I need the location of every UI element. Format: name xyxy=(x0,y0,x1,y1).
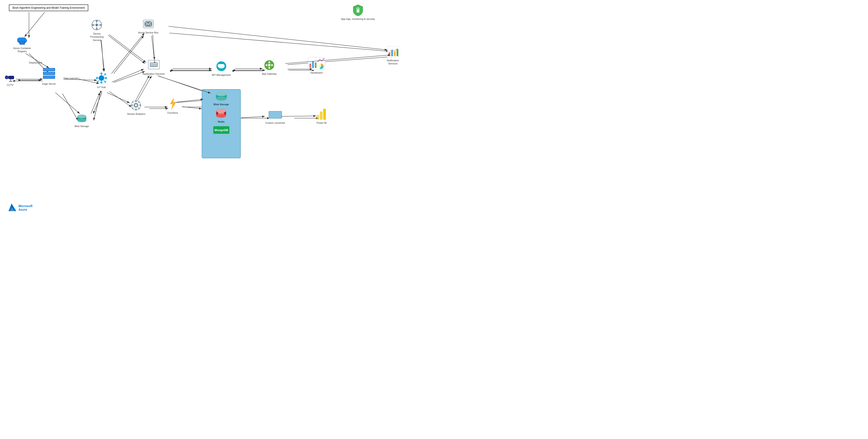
blob-storage-main-label: Blob Storage xyxy=(214,103,229,106)
dashboard-node: Dashboard xyxy=(308,57,326,74)
svg-line-162 xyxy=(153,35,154,60)
svg-text:REDIS: REDIS xyxy=(218,112,224,114)
redis-label: Redis xyxy=(218,120,225,123)
svg-line-29 xyxy=(109,35,146,62)
svg-line-172 xyxy=(136,75,149,100)
svg-line-177 xyxy=(91,93,100,114)
redis-node: REDIS Redis xyxy=(202,108,240,123)
svg-point-107 xyxy=(78,115,86,118)
svg-line-28 xyxy=(137,76,152,101)
app-logs-node: App logs, monitoring & security xyxy=(341,4,375,21)
svg-point-70 xyxy=(96,77,98,79)
svg-rect-129 xyxy=(268,64,270,66)
security-icon xyxy=(352,4,364,17)
svg-point-76 xyxy=(104,81,106,83)
blob-storage-left-icon xyxy=(76,114,87,124)
data-ingestion-label: Data ingestion xyxy=(64,77,79,80)
svg-point-137 xyxy=(323,58,324,59)
svg-rect-39 xyxy=(20,44,24,44)
svg-rect-140 xyxy=(389,53,390,56)
svg-point-77 xyxy=(97,81,98,83)
power-bi-node: Power BI xyxy=(315,107,328,124)
svg-point-111 xyxy=(216,92,227,96)
svg-point-60 xyxy=(92,24,94,26)
svg-line-79 xyxy=(103,80,104,81)
app-gateway-node: App Gateway xyxy=(262,59,277,75)
svg-rect-40 xyxy=(8,76,14,79)
iot-hub-label: IoT Hub xyxy=(97,86,106,89)
svg-point-122 xyxy=(218,64,222,67)
svg-rect-145 xyxy=(269,112,281,118)
app-gateway-icon xyxy=(263,59,276,71)
application-services-icon xyxy=(147,59,160,71)
svg-rect-148 xyxy=(323,109,326,120)
edge-server-label: Edge Server xyxy=(42,82,56,85)
application-services-label: Application Services xyxy=(143,72,165,75)
svg-line-25 xyxy=(94,94,100,120)
svg-rect-55 xyxy=(43,77,55,78)
svg-rect-98 xyxy=(140,104,141,106)
azure-container-registry-label: Azure ContainerRegistry xyxy=(13,46,31,53)
svg-line-175 xyxy=(55,93,80,114)
svg-point-106 xyxy=(78,119,86,122)
application-services-node: Application Services xyxy=(143,59,165,75)
svg-point-66 xyxy=(99,75,104,81)
notification-services-label: NotificationServices xyxy=(387,59,399,65)
svg-line-22 xyxy=(176,100,205,102)
svg-point-67 xyxy=(100,72,102,75)
api-management-node: API Management xyxy=(212,60,231,76)
redis-icon: REDIS xyxy=(215,108,227,119)
app-logs-label: App logs, monitoring & security xyxy=(341,18,375,21)
azure-logo: Microsoft Azure xyxy=(7,203,33,213)
svg-rect-95 xyxy=(135,100,137,102)
custom-connector-node: Custom connector xyxy=(265,109,285,124)
svg-rect-48 xyxy=(43,68,55,69)
svg-rect-96 xyxy=(135,109,137,111)
svg-point-135 xyxy=(319,59,320,60)
svg-line-24 xyxy=(94,94,100,120)
svg-line-11 xyxy=(169,33,389,51)
svg-line-8 xyxy=(114,36,144,73)
svg-rect-97 xyxy=(131,104,133,106)
svg-line-163 xyxy=(168,26,388,50)
azure-container-registry-node: Azure ContainerRegistry xyxy=(13,33,31,53)
svg-point-69 xyxy=(100,82,102,84)
dashboard-label: Dashboard xyxy=(311,71,322,74)
svg-point-58 xyxy=(96,20,98,22)
svg-line-176 xyxy=(93,93,102,114)
custom-connector-icon xyxy=(268,109,283,120)
svg-line-7 xyxy=(101,40,104,71)
svg-point-110 xyxy=(216,97,227,100)
svg-rect-142 xyxy=(394,51,396,56)
svg-point-75 xyxy=(104,73,106,75)
svg-rect-133 xyxy=(315,62,316,68)
svg-line-9 xyxy=(114,71,145,83)
svg-rect-49 xyxy=(43,69,55,70)
svg-rect-54 xyxy=(43,76,55,77)
svg-point-136 xyxy=(321,60,322,61)
svg-line-159 xyxy=(108,35,145,64)
svg-point-57 xyxy=(96,24,98,26)
svg-rect-147 xyxy=(320,112,322,120)
svg-point-35 xyxy=(22,37,26,41)
svg-line-179 xyxy=(281,116,316,116)
svg-line-161 xyxy=(112,69,144,82)
svg-rect-90 xyxy=(151,65,157,66)
svg-rect-38 xyxy=(20,43,24,44)
cctv-node: CCTV xyxy=(4,72,16,87)
svg-point-59 xyxy=(96,28,98,30)
blob-storage-left-node: Blob Storage xyxy=(75,114,89,128)
azure-service-bus-label: Azure Service Bus xyxy=(138,31,158,34)
mongodb-node: MongoDB xyxy=(202,125,240,135)
svg-text:MongoDB: MongoDB xyxy=(214,128,228,132)
blob-storage-left-label: Blob Storage xyxy=(75,125,89,128)
edge-server-node: Edge Server xyxy=(41,66,57,85)
api-management-icon xyxy=(215,60,228,72)
svg-line-17 xyxy=(287,57,389,65)
deployment-label: Deployment xyxy=(29,61,42,64)
svg-point-123 xyxy=(221,64,224,67)
svg-rect-132 xyxy=(312,61,314,68)
svg-line-180 xyxy=(177,99,203,102)
container-registry-icon xyxy=(16,33,28,46)
device-provisioning-icon xyxy=(91,19,103,31)
